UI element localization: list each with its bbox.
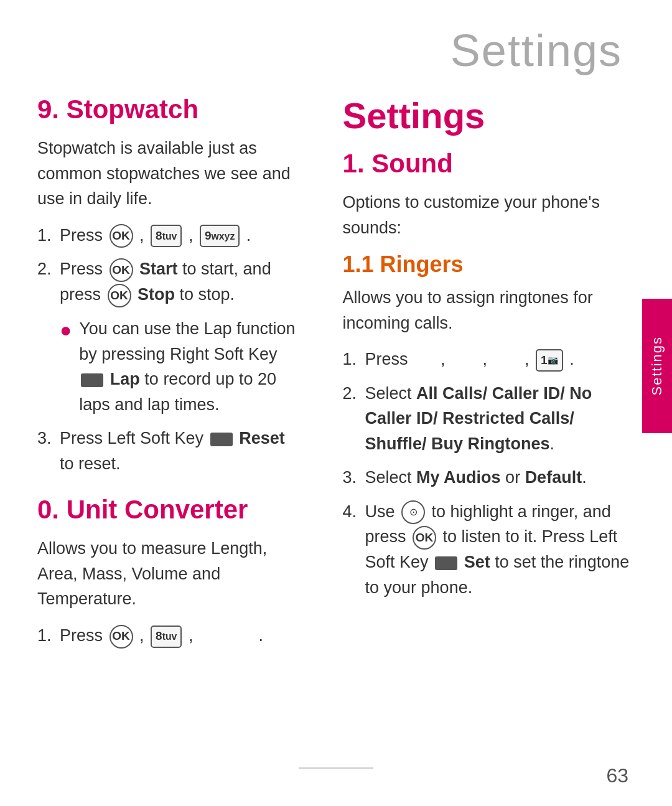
section-9-stopwatch: 9. Stopwatch Stopwatch is available just… [37,95,299,476]
ok-icon-unit: OK [110,625,133,649]
right-main-heading: Settings [343,95,635,136]
section-1-1-step-3: 3. Select My Audios or Default. [343,465,635,490]
soft-key-reset-icon [210,433,233,446]
section-1-1-step-1: 1. Press , , , 1 📷 . [343,347,635,372]
section-1-1-step-2: 2. Select All Calls/ Caller ID/ No Calle… [343,381,635,457]
section-9-step-1: 1. Press OK , 8 tuv , 9 wxyz . [37,223,299,248]
section-0-intro: Allows you to measure Length, Area, Mass… [37,536,299,612]
section-1-1-ringers: 1.1 Ringers Allows you to assign rington… [343,251,635,600]
ok-icon-2: OK [110,258,133,282]
ok-icon-ringer: OK [413,526,436,550]
ok-icon: OK [110,224,133,248]
key-9wxyz: 9 wxyz [200,225,240,247]
key-8tuv: 8 tuv [151,225,182,247]
section-0-unit-converter: 0. Unit Converter Allows you to measure … [37,495,299,648]
soft-key-set-icon [435,556,457,570]
soft-key-lap-icon [81,373,103,387]
page-divider [299,767,373,769]
section-9-bullet: ● You can use the Lap function by pressi… [60,316,299,417]
key-1: 1 📷 [536,349,563,372]
page-title: Settings [0,0,672,95]
page-number: 63 [606,764,628,787]
ok-icon-3: OK [108,284,131,307]
settings-tab: Settings [642,299,672,433]
section-9-heading: 9. Stopwatch [37,95,299,124]
key-8tuv-unit: 8 tuv [151,626,182,648]
nav-icon: ⊙ [401,500,425,524]
section-1-sound: 1. Sound Options to customize your phone… [343,149,635,600]
section-9-step-2: 2. Press OK Start to start, and press OK… [37,256,299,307]
section-0-heading: 0. Unit Converter [37,495,299,525]
section-0-step-1: 1. Press OK , 8 tuv , . [37,623,299,649]
right-column: Settings 1. Sound Options to customize y… [324,95,635,657]
section-1-1-step-4: 4. Use ⊙ to highlight a ringer, and pres… [343,499,635,601]
section-9-intro: Stopwatch is available just as common st… [37,136,299,212]
section-1-1-intro: Allows you to assign ringtones for incom… [343,285,635,335]
section-1-1-heading: 1.1 Ringers [343,251,635,278]
section-1-intro: Options to customize your phone's sounds… [343,190,635,240]
left-column: 9. Stopwatch Stopwatch is available just… [37,95,324,657]
section-1-heading: 1. Sound [343,149,635,179]
section-9-step-3: 3. Press Left Soft Key Reset to reset. [37,426,299,476]
